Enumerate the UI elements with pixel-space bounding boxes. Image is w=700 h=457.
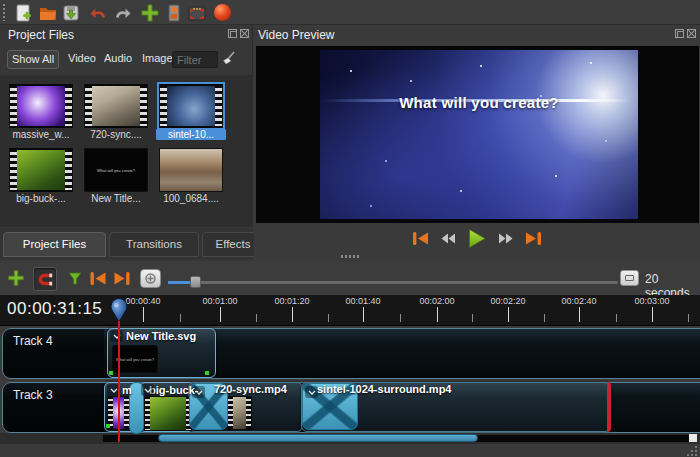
clip-label-sintel: sintel-1024-surround.mp4	[317, 383, 451, 395]
video-preview-header: Video Preview	[254, 25, 700, 45]
file-thumbnail	[9, 84, 73, 128]
clip-menu-chevron-icon[interactable]	[141, 384, 154, 396]
file-thumbnail	[159, 148, 223, 192]
ruler-timestamp: 00:03:00	[634, 296, 669, 306]
file-item-massive[interactable]: massive_w...	[6, 84, 76, 140]
new-project-icon[interactable]	[12, 2, 33, 23]
clear-filter-broom-icon[interactable]	[221, 51, 237, 69]
clip-thumbnail	[227, 396, 252, 430]
previous-marker-icon[interactable]	[89, 271, 107, 286]
scrollbar-thumb[interactable]	[158, 434, 478, 442]
center-on-playhead-button[interactable]	[140, 269, 161, 288]
clip-menu-chevron-icon[interactable]	[110, 330, 123, 342]
zoom-slider-handle[interactable]	[190, 276, 201, 288]
file-name: big-buck-...	[6, 193, 76, 204]
left-panel-tabs: Project Files Transitions Effects	[0, 228, 253, 260]
stars-decoration	[350, 70, 352, 72]
toolbar-drag-handle[interactable]	[3, 4, 5, 21]
ruler-timestamp: 00:00:40	[125, 296, 160, 306]
ruler-timestamp: 00:02:20	[490, 296, 525, 306]
title-thumb-text: What will you create?	[116, 357, 154, 362]
undo-icon[interactable]	[88, 2, 109, 23]
choose-profile-icon[interactable]	[163, 2, 184, 23]
scrollbar-end-cap	[689, 434, 697, 442]
file-item-100-0684[interactable]: 100_0684....	[156, 148, 226, 204]
file-name: 720-sync....	[81, 129, 151, 140]
close-panel-icon[interactable]	[687, 29, 696, 38]
track-3-label: Track 3	[13, 388, 53, 402]
clip-thumbnail	[144, 396, 192, 431]
timeline-scrollbar	[0, 433, 700, 444]
float-panel-icon[interactable]	[675, 29, 684, 38]
effect-dot	[205, 371, 209, 375]
video-preview-panel: Video Preview What will you create?	[254, 25, 700, 260]
file-thumbnail	[9, 148, 73, 192]
title-thumb-text: What will you create?	[97, 168, 135, 173]
filter-row: Show All Video Audio Image	[0, 47, 253, 73]
snapping-toggle-button[interactable]	[33, 267, 57, 291]
clip-label: big-buck-	[149, 384, 199, 396]
add-track-icon[interactable]	[7, 269, 25, 287]
filter-image-button[interactable]: Image	[138, 50, 177, 69]
filter-video-button[interactable]: Video	[64, 50, 100, 69]
clip-trim-red-edge	[607, 382, 611, 432]
add-marker-icon[interactable]	[68, 272, 82, 285]
clip-label: New Title.svg	[126, 330, 196, 342]
ruler-timestamp: 00:01:20	[274, 296, 309, 306]
clip-label-720: 720-sync.mp4	[214, 383, 287, 395]
resize-grip-icon[interactable]	[685, 445, 698, 457]
filter-audio-button[interactable]: Audio	[100, 50, 136, 69]
clip-big-buck[interactable]: big-buck-	[139, 382, 195, 432]
rewind-button[interactable]	[440, 231, 456, 249]
playhead-marker[interactable]	[108, 298, 130, 329]
file-name: massive_w...	[6, 129, 76, 140]
timeline-ruler[interactable]: 00:00:40 00:01:00 00:01:20 00:01:40 00:0…	[0, 295, 700, 326]
files-grid: massive_w... 720-sync.... sintel-10... b…	[0, 75, 253, 227]
zoom-slider-track[interactable]	[168, 281, 618, 284]
tab-project-files[interactable]: Project Files	[3, 232, 106, 257]
effect-dot	[106, 424, 110, 428]
project-files-panel: Project Files Show All Video Audio Image…	[0, 25, 253, 260]
video-title-text: What will you create?	[320, 94, 638, 111]
tab-transitions[interactable]: Transitions	[109, 232, 199, 257]
status-bar	[0, 444, 700, 457]
file-item-720sync[interactable]: 720-sync....	[81, 84, 151, 140]
redo-icon[interactable]	[111, 2, 132, 23]
pane-splitter-handle[interactable]	[341, 255, 361, 258]
track-4-label: Track 4	[13, 334, 53, 348]
video-frame: What will you create?	[320, 50, 638, 219]
file-thumbnail: What will you create?	[84, 148, 148, 192]
clip-label: m	[122, 384, 132, 396]
ruler-timestamp: 00:01:40	[345, 296, 380, 306]
openshot-window: Project Files Show All Video Audio Image…	[0, 0, 700, 457]
file-name: New Title...	[81, 193, 151, 204]
close-panel-icon[interactable]	[240, 29, 249, 38]
open-project-icon[interactable]	[37, 2, 58, 23]
play-button[interactable]	[467, 228, 487, 253]
file-thumbnail	[84, 84, 148, 128]
file-item-sintel[interactable]: sintel-10...	[156, 84, 226, 140]
clip-new-title[interactable]: New Title.svg What will you create?	[107, 328, 216, 378]
file-name: sintel-10...	[156, 129, 226, 140]
effect-dot	[109, 371, 113, 375]
video-area: What will you create?	[256, 46, 699, 223]
current-time-display: 00:00:31:15	[7, 299, 102, 319]
file-name: 100_0684....	[156, 193, 226, 204]
ruler-timestamp: 00:01:00	[202, 296, 237, 306]
next-marker-icon[interactable]	[113, 271, 131, 286]
filter-input[interactable]	[172, 51, 218, 68]
jump-to-end-button[interactable]	[525, 231, 542, 250]
playback-controls	[254, 227, 700, 253]
filter-show-all-button[interactable]: Show All	[7, 50, 59, 69]
zoom-fit-button[interactable]	[620, 270, 639, 286]
file-item-newtitle[interactable]: What will you create? New Title...	[81, 148, 151, 204]
export-video-icon[interactable]	[212, 2, 233, 23]
ruler-timestamp: 00:02:00	[419, 296, 454, 306]
import-files-icon[interactable]	[139, 2, 160, 23]
float-panel-icon[interactable]	[228, 29, 237, 38]
file-item-bigbuck[interactable]: big-buck-...	[6, 148, 76, 204]
fast-forward-button[interactable]	[498, 231, 514, 249]
save-project-icon[interactable]	[60, 2, 81, 23]
fullscreen-icon[interactable]	[186, 2, 207, 23]
jump-to-start-button[interactable]	[412, 231, 429, 250]
